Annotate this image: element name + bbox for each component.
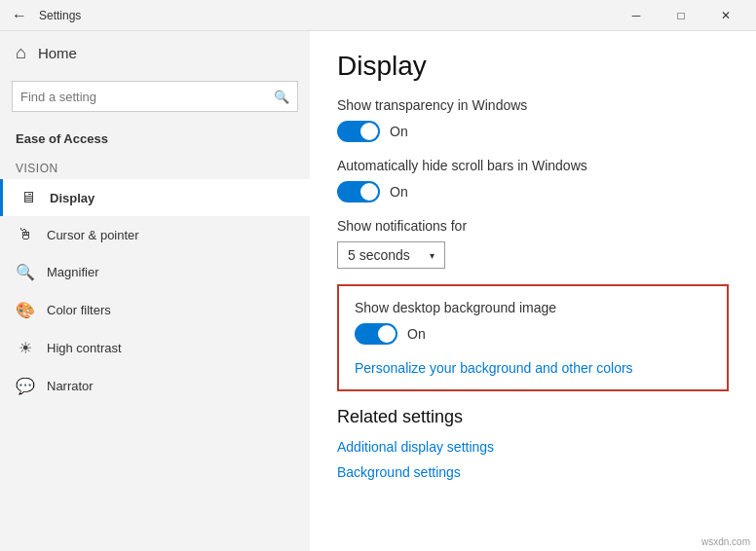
vision-section-label: Vision [0, 150, 310, 179]
scrollbars-toggle-state: On [390, 184, 408, 200]
window-controls: ─ □ ✕ [614, 0, 748, 31]
sidebar-item-magnifier[interactable]: 🔍 Magnifier [0, 253, 310, 291]
transparency-toggle-state: On [390, 124, 408, 139]
chevron-down-icon: ▾ [430, 250, 435, 261]
transparency-label: Show transparency in Windows [337, 97, 729, 113]
scrollbars-label: Automatically hide scroll bars in Window… [337, 158, 729, 173]
sidebar-item-narrator[interactable]: 💬 Narrator [0, 367, 310, 405]
sidebar-item-display[interactable]: 🖥 Display [0, 179, 310, 216]
personalize-link[interactable]: Personalize your background and other co… [355, 360, 633, 376]
magnifier-icon: 🔍 [16, 263, 35, 281]
sidebar-item-narrator-label: Narrator [47, 379, 94, 393]
related-settings-title: Related settings [337, 407, 729, 427]
close-button[interactable]: ✕ [703, 0, 748, 31]
sidebar-item-colorfilters[interactable]: 🎨 Color filters [0, 291, 310, 329]
scrollbars-toggle[interactable] [337, 181, 380, 202]
display-icon: 🖥 [19, 189, 38, 206]
title-bar: ← Settings ─ □ ✕ [0, 0, 756, 31]
home-label: Home [38, 45, 77, 61]
sidebar-item-display-label: Display [50, 191, 94, 205]
highcontrast-icon: ☀ [16, 339, 35, 357]
notifications-dropdown-value: 5 seconds [348, 247, 410, 263]
ease-of-access-heading: Ease of Access [0, 124, 310, 150]
main-layout: ⌂ Home 🔍 Ease of Access Vision 🖥 Display… [0, 31, 756, 551]
sidebar-item-colorfilters-label: Color filters [47, 303, 111, 317]
scrollbars-toggle-row: On [337, 181, 729, 202]
colorfilters-icon: 🎨 [16, 301, 35, 319]
sidebar: ⌂ Home 🔍 Ease of Access Vision 🖥 Display… [0, 31, 310, 551]
notifications-label: Show notifications for [337, 218, 729, 234]
home-nav-item[interactable]: ⌂ Home [0, 31, 310, 75]
sidebar-item-cursor[interactable]: 🖱 Cursor & pointer [0, 216, 310, 253]
sidebar-item-magnifier-label: Magnifier [47, 265, 98, 279]
sidebar-item-highcontrast-label: High contrast [47, 341, 122, 355]
title-bar-title: Settings [39, 9, 81, 22]
desktop-background-toggle-state: On [407, 326, 426, 342]
transparency-toggle[interactable] [337, 121, 380, 142]
notifications-dropdown[interactable]: 5 seconds ▾ [337, 241, 445, 269]
search-box[interactable]: 🔍 [12, 81, 298, 112]
desktop-background-toggle-row: On [355, 323, 711, 345]
additional-display-settings-link[interactable]: Additional display settings [337, 439, 729, 455]
sidebar-item-highcontrast[interactable]: ☀ High contrast [0, 329, 310, 367]
minimize-button[interactable]: ─ [614, 0, 659, 31]
sidebar-item-cursor-label: Cursor & pointer [47, 228, 139, 242]
page-title: Display [337, 51, 729, 82]
narrator-icon: 💬 [16, 377, 35, 395]
maximize-button[interactable]: □ [659, 0, 703, 31]
search-input[interactable] [20, 90, 274, 104]
search-icon: 🔍 [274, 90, 289, 104]
background-settings-link[interactable]: Background settings [337, 464, 729, 480]
desktop-background-toggle[interactable] [355, 323, 397, 345]
back-button[interactable]: ← [8, 4, 31, 27]
cursor-icon: 🖱 [16, 226, 35, 243]
desktop-background-box: Show desktop background image On Persona… [337, 284, 729, 391]
home-icon: ⌂ [16, 43, 26, 63]
transparency-toggle-row: On [337, 121, 729, 142]
desktop-background-label: Show desktop background image [355, 300, 711, 315]
content-area: Display Show transparency in Windows On … [310, 31, 756, 551]
